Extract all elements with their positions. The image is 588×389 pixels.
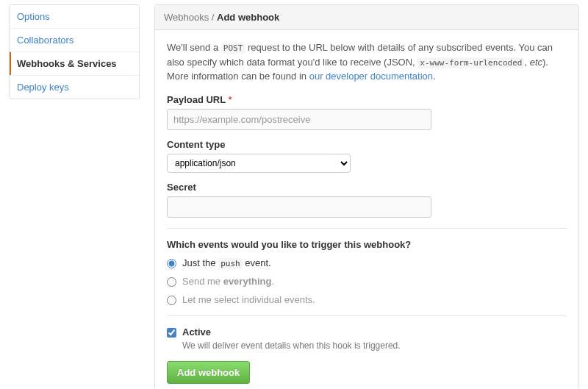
main-content: Webhooks / Add webhook We'll send a POST… — [154, 4, 579, 389]
event-option-push[interactable]: Just the push event. — [167, 257, 567, 268]
event-radio-individual[interactable] — [167, 296, 176, 305]
event-option-everything[interactable]: Send me everything. — [167, 276, 567, 287]
payload-url-label: Payload URL * — [167, 94, 567, 105]
breadcrumb-separator: / — [209, 12, 217, 23]
settings-sidebar: Options Collaborators Webhooks & Service… — [9, 4, 140, 99]
secret-input[interactable] — [167, 196, 431, 218]
sidebar-item-options[interactable]: Options — [10, 5, 139, 29]
sidebar-item-collaborators[interactable]: Collaborators — [10, 29, 139, 52]
divider — [167, 315, 567, 316]
event-radio-push[interactable] — [167, 259, 176, 268]
developer-docs-link[interactable]: our developer documentation — [309, 71, 433, 82]
active-checkbox[interactable] — [167, 328, 176, 338]
sidebar-item-label: Deploy keys — [17, 82, 69, 93]
sidebar-item-webhooks-services[interactable]: Webhooks & Services — [10, 52, 139, 76]
divider — [167, 228, 567, 229]
secret-label: Secret — [167, 182, 567, 193]
intro-text: We'll send a POST request to the URL bel… — [167, 40, 567, 84]
code-post: POST — [221, 43, 245, 54]
breadcrumb: Webhooks / Add webhook — [155, 5, 578, 30]
event-radio-everything[interactable] — [167, 277, 176, 287]
sidebar-item-label: Webhooks & Services — [17, 58, 117, 69]
active-label: Active — [182, 326, 211, 338]
sidebar-item-label: Options — [17, 11, 50, 22]
event-option-individual[interactable]: Let me select individual events. — [167, 294, 567, 305]
breadcrumb-root: Webhooks — [164, 12, 209, 23]
sidebar-item-deploy-keys[interactable]: Deploy keys — [10, 76, 139, 99]
content-type-select[interactable]: application/json — [167, 154, 351, 173]
payload-url-input[interactable] — [167, 109, 431, 130]
required-asterisk: * — [229, 94, 232, 105]
add-webhook-button[interactable]: Add webhook — [167, 361, 250, 384]
code-form-urlencoded: x-www-form-urlencoded — [417, 57, 524, 68]
code-push: push — [218, 258, 243, 269]
active-checkbox-row[interactable]: Active — [167, 326, 567, 338]
breadcrumb-current: Add webhook — [217, 12, 279, 23]
sidebar-item-label: Collaborators — [17, 35, 74, 46]
events-question: Which events would you like to trigger t… — [167, 239, 567, 250]
active-subtext: We will deliver event details when this … — [182, 340, 567, 351]
content-type-label: Content type — [167, 139, 567, 150]
add-webhook-panel: Webhooks / Add webhook We'll send a POST… — [154, 4, 579, 389]
